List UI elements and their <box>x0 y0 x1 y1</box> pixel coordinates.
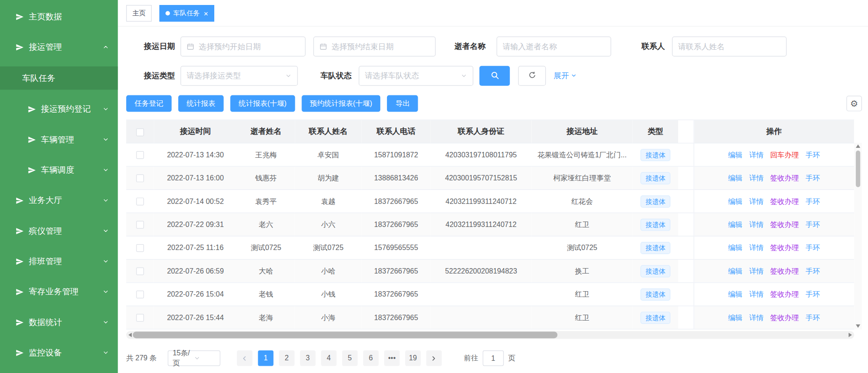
action-return-car[interactable]: 回车办理 <box>770 150 799 158</box>
expand-toggle[interactable]: 展开 <box>553 71 576 81</box>
sidebar-item[interactable]: 接运预约登记 <box>0 98 118 120</box>
filter-row-1: 接运日期 逝者名称 联系人 <box>126 37 862 57</box>
sidebar-item[interactable]: 业务大厅 <box>0 189 118 212</box>
row-checkbox[interactable] <box>136 221 144 229</box>
horizontal-scrollbar[interactable] <box>126 331 854 339</box>
action-edit[interactable]: 编辑 <box>728 290 743 298</box>
action-details[interactable]: 详情 <box>749 150 764 158</box>
row-checkbox[interactable] <box>136 198 144 205</box>
action-edit[interactable]: 编辑 <box>728 174 743 182</box>
date-end-field[interactable] <box>331 42 429 51</box>
action-edit[interactable]: 编辑 <box>728 150 743 158</box>
refresh-button[interactable] <box>518 66 546 86</box>
action-sign-receive[interactable]: 签收办理 <box>770 197 799 205</box>
date-end-input[interactable] <box>313 37 436 57</box>
action-edit[interactable]: 编辑 <box>728 197 743 205</box>
deceased-name-input[interactable] <box>496 37 611 57</box>
horizontal-scroll-thumb[interactable] <box>133 331 557 338</box>
contact-name-field[interactable] <box>678 42 781 51</box>
date-start-input[interactable] <box>180 37 306 57</box>
action-sign-receive[interactable]: 签收办理 <box>770 267 799 275</box>
toolbar-button-3[interactable]: 预约统计报表(十堰) <box>302 95 381 112</box>
action-sign-receive[interactable]: 签收办理 <box>770 313 799 321</box>
close-icon[interactable]: × <box>204 9 208 17</box>
action-edit[interactable]: 编辑 <box>728 243 743 251</box>
prev-page-button[interactable] <box>237 350 252 366</box>
tab-fleet-tasks[interactable]: 车队任务 × <box>160 5 214 21</box>
action-wristband[interactable]: 手环 <box>806 290 820 298</box>
goto-page-input[interactable] <box>483 350 504 366</box>
page-button-1[interactable]: 1 <box>258 350 274 366</box>
page-ellipsis[interactable]: ••• <box>384 350 400 366</box>
toolbar-button-4[interactable]: 导出 <box>387 95 418 112</box>
page-button-3[interactable]: 3 <box>300 350 316 366</box>
sidebar-item[interactable]: 寄存业务管理 <box>0 281 118 303</box>
action-details[interactable]: 详情 <box>749 313 764 321</box>
action-wristband[interactable]: 手环 <box>806 243 820 251</box>
page-button-2[interactable]: 2 <box>279 350 294 366</box>
tab-home[interactable]: 主页 <box>126 5 151 21</box>
row-checkbox[interactable] <box>136 268 144 275</box>
action-wristband[interactable]: 手环 <box>806 197 820 205</box>
toolbar-button-0[interactable]: 任务登记 <box>126 95 171 112</box>
page-size-select[interactable]: 15条/页 <box>168 350 220 366</box>
action-sign-receive[interactable]: 签收办理 <box>770 243 799 251</box>
sidebar-item[interactable]: 殡仪管理 <box>0 220 118 242</box>
column-settings-button[interactable]: ⚙ <box>846 96 862 111</box>
filter-label-date: 接运日期 <box>126 42 175 52</box>
page-button-19[interactable]: 19 <box>405 350 420 366</box>
sidebar-item[interactable]: 排班管理 <box>0 250 118 272</box>
action-details[interactable]: 详情 <box>749 267 764 275</box>
sidebar-item[interactable]: 车辆管理 <box>0 128 118 151</box>
sidebar-item[interactable]: 车辆调度 <box>0 159 118 181</box>
contact-name-input[interactable] <box>672 37 787 57</box>
action-details[interactable]: 详情 <box>749 290 764 298</box>
row-checkbox[interactable] <box>136 244 144 252</box>
page-button-5[interactable]: 5 <box>342 350 358 366</box>
toolbar-button-2[interactable]: 统计报表(十堰) <box>230 95 295 112</box>
sidebar-item[interactable]: 接运管理 <box>0 36 118 58</box>
row-checkbox[interactable] <box>136 314 144 322</box>
page-button-6[interactable]: 6 <box>363 350 378 366</box>
action-sign-receive[interactable]: 签收办理 <box>770 290 799 298</box>
sidebar-item[interactable]: 车队任务 <box>0 66 118 90</box>
scroll-right-arrow[interactable] <box>849 333 852 337</box>
sidebar-item[interactable]: 监控设备 <box>0 342 118 364</box>
chevron-down-icon <box>103 136 109 143</box>
action-details[interactable]: 详情 <box>749 220 764 228</box>
date-start-field[interactable] <box>199 42 300 51</box>
vertical-scrollbar[interactable] <box>854 143 862 330</box>
transport-type-select[interactable]: 请选择接运类型 <box>180 66 298 86</box>
row-checkbox[interactable] <box>136 175 144 182</box>
page-button-4[interactable]: 4 <box>321 350 336 366</box>
action-wristband[interactable]: 手环 <box>806 267 820 275</box>
action-details[interactable]: 详情 <box>749 197 764 205</box>
action-sign-receive[interactable]: 签收办理 <box>770 220 799 228</box>
deceased-name-field[interactable] <box>503 42 605 51</box>
sidebar-item-label: 主页数据 <box>29 11 62 22</box>
action-edit[interactable]: 编辑 <box>728 220 743 228</box>
action-wristband[interactable]: 手环 <box>806 150 820 158</box>
action-sign-receive[interactable]: 签收办理 <box>770 174 799 182</box>
search-button[interactable] <box>479 66 509 86</box>
fleet-status-select[interactable]: 请选择车队状态 <box>359 66 473 86</box>
action-details[interactable]: 详情 <box>749 174 764 182</box>
toolbar-button-1[interactable]: 统计报表 <box>178 95 223 112</box>
action-details[interactable]: 详情 <box>749 243 764 251</box>
type-tag: 接遗体 <box>641 149 670 161</box>
next-page-button[interactable] <box>426 350 442 366</box>
vertical-scroll-thumb[interactable] <box>856 151 860 187</box>
action-edit[interactable]: 编辑 <box>728 267 743 275</box>
action-wristband[interactable]: 手环 <box>806 313 820 321</box>
row-checkbox[interactable] <box>136 151 144 159</box>
sidebar-item[interactable]: 主页数据 <box>0 5 118 28</box>
scroll-left-arrow[interactable] <box>128 333 132 337</box>
select-all-checkbox[interactable] <box>136 128 144 136</box>
scroll-up-arrow[interactable] <box>856 145 860 148</box>
action-wristband[interactable]: 手环 <box>806 220 820 228</box>
action-edit[interactable]: 编辑 <box>728 313 743 321</box>
row-checkbox[interactable] <box>136 291 144 298</box>
scroll-down-arrow[interactable] <box>856 325 860 328</box>
action-wristband[interactable]: 手环 <box>806 174 820 182</box>
sidebar-item[interactable]: 数据统计 <box>0 311 118 333</box>
